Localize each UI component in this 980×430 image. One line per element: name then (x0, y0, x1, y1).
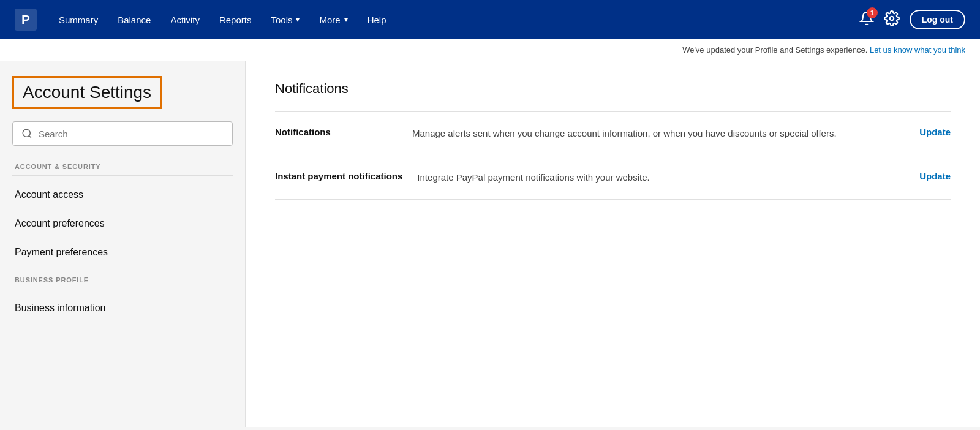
content-title: Notifications (275, 81, 951, 97)
top-nav: P Summary Balance Activity Reports Tools… (0, 0, 980, 39)
notifications-update-link[interactable]: Update (919, 127, 951, 137)
content-inner: Notifications Notifications Manage alert… (246, 61, 980, 219)
section-divider (12, 175, 233, 176)
business-profile-label: BUSINESS PROFILE (12, 276, 233, 284)
svg-point-3 (23, 129, 30, 137)
sidebar: Account Settings ACCOUNT & SECURITY Acco… (0, 61, 245, 427)
banner-text: We've updated your Profile and Settings … (682, 45, 867, 55)
instant-payment-row: Instant payment notifications Integrate … (275, 156, 951, 200)
instant-payment-update-link[interactable]: Update (919, 171, 951, 181)
notifications-description: Manage alerts sent when you change accou… (412, 127, 905, 141)
account-security-section: ACCOUNT & SECURITY Account access Accoun… (12, 163, 233, 266)
nav-activity[interactable]: Activity (163, 10, 207, 30)
settings-icon[interactable] (884, 10, 900, 29)
instant-payment-description: Integrate PayPal payment notifications w… (417, 171, 905, 185)
banner-link[interactable]: Let us know what you think (870, 45, 965, 55)
notification-bell[interactable]: 1 (859, 11, 874, 28)
nav-links: Summary Balance Activity Reports Tools▾ … (51, 10, 859, 30)
search-box[interactable] (12, 121, 233, 146)
sidebar-item-payment-preferences[interactable]: Payment preferences (12, 238, 233, 266)
account-security-label: ACCOUNT & SECURITY (12, 163, 233, 170)
notifications-label: Notifications (275, 127, 398, 137)
nav-actions: 1 Log out (859, 10, 965, 29)
svg-point-2 (889, 17, 894, 21)
sidebar-item-account-access[interactable]: Account access (12, 181, 233, 209)
svg-text:P: P (21, 12, 30, 26)
notification-badge: 1 (867, 7, 878, 18)
search-input[interactable] (39, 129, 224, 139)
section-divider-2 (12, 289, 233, 289)
instant-payment-label: Instant payment notifications (275, 171, 402, 181)
sidebar-item-account-preferences[interactable]: Account preferences (12, 209, 233, 238)
nav-more[interactable]: More▾ (312, 10, 355, 30)
info-banner: We've updated your Profile and Settings … (0, 39, 980, 61)
main-layout: Account Settings ACCOUNT & SECURITY Acco… (0, 61, 980, 427)
nav-reports[interactable]: Reports (212, 10, 259, 30)
nav-summary[interactable]: Summary (51, 10, 105, 30)
notifications-row: Notifications Manage alerts sent when yo… (275, 111, 951, 156)
account-settings-title-box: Account Settings (12, 76, 162, 109)
logout-button[interactable]: Log out (910, 10, 965, 29)
paypal-logo[interactable]: P (15, 9, 37, 31)
nav-help[interactable]: Help (360, 10, 394, 30)
nav-tools[interactable]: Tools▾ (263, 10, 307, 30)
sidebar-item-business-information[interactable]: Business information (12, 294, 233, 322)
search-icon (21, 128, 32, 139)
business-profile-section: BUSINESS PROFILE Business information (12, 276, 233, 322)
account-settings-title: Account Settings (23, 83, 151, 102)
content-area: Notifications Notifications Manage alert… (245, 61, 980, 427)
nav-balance[interactable]: Balance (110, 10, 158, 30)
